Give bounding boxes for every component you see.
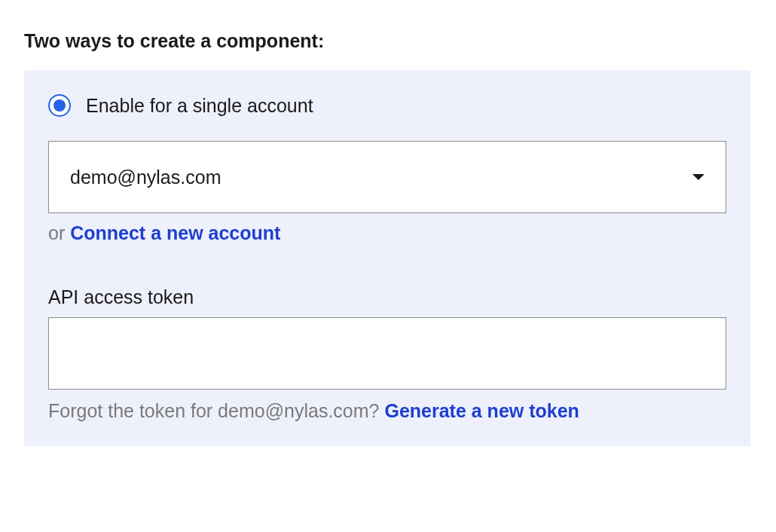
radio-button[interactable] [48,94,71,117]
create-component-panel: Enable for a single account demo@nylas.c… [24,70,750,446]
connect-prefix: or [48,222,70,243]
chevron-down-icon [692,174,704,180]
connect-account-row: or Connect a new account [48,222,726,244]
forgot-prefix: Forgot the token for demo@nylas.com? [48,400,384,421]
enable-single-account-option[interactable]: Enable for a single account [48,94,726,117]
account-select-value: demo@nylas.com [70,167,221,188]
account-select[interactable]: demo@nylas.com [48,141,726,213]
generate-new-token-link[interactable]: Generate a new token [384,400,579,421]
api-token-label: API access token [48,286,726,308]
page-title: Two ways to create a component: [24,30,752,52]
connect-new-account-link[interactable]: Connect a new account [70,222,280,243]
radio-selected-icon [53,99,66,112]
forgot-token-row: Forgot the token for demo@nylas.com? Gen… [48,400,726,422]
api-token-input[interactable] [48,317,726,390]
radio-label: Enable for a single account [86,95,313,117]
